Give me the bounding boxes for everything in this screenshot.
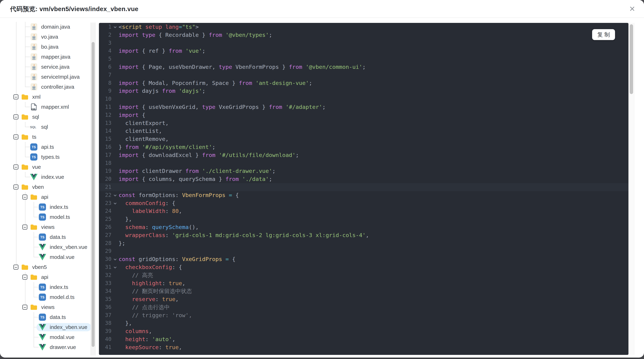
tree-folder-views[interactable]: views xyxy=(0,302,99,312)
editor-scrollbar[interactable] xyxy=(628,23,634,355)
tree-file-types.ts[interactable]: TStypes.ts xyxy=(0,152,99,162)
collapse-toggle-icon[interactable] xyxy=(14,94,18,99)
tree-item-content[interactable]: xml xyxy=(19,93,44,101)
tree-file-index.ts[interactable]: TSindex.ts xyxy=(0,282,99,292)
tree-item-content[interactable]: vben5 xyxy=(19,263,51,271)
tree-folder-vben5[interactable]: vben5 xyxy=(0,262,99,272)
collapse-toggle-icon[interactable] xyxy=(14,265,18,270)
tree-item-content[interactable]: serviceImpl.java xyxy=(28,73,84,81)
fold-chevron-icon[interactable] xyxy=(112,191,118,199)
tree-item-content[interactable]: drawer.vue xyxy=(36,343,80,351)
tree-item-content[interactable]: vo.java xyxy=(28,33,62,41)
tree-guide-line xyxy=(25,122,26,127)
line-number: 18 xyxy=(99,159,112,167)
folder-icon xyxy=(30,224,38,230)
tree-folder-sql[interactable]: sql xyxy=(0,112,99,122)
tree-item-content[interactable]: modal.vue xyxy=(36,333,78,341)
tree-file-data.ts[interactable]: TSdata.ts xyxy=(0,232,99,242)
tree-file-controller.java[interactable]: controller.java xyxy=(0,82,99,92)
tree-file-api.ts[interactable]: TSapi.ts xyxy=(0,142,99,152)
tree-item-content[interactable]: controller.java xyxy=(28,83,78,91)
tree-item-content[interactable]: TSindex.ts xyxy=(36,203,72,211)
fold-chevron-icon[interactable] xyxy=(112,199,118,207)
tree-file-modal.vue[interactable]: modal.vue xyxy=(0,252,99,262)
tree-item-content[interactable]: ts xyxy=(19,133,40,141)
tree-item-content[interactable]: service.java xyxy=(28,63,73,71)
tree-scrollbar-thumb[interactable] xyxy=(92,42,95,347)
tree-item-content[interactable]: views xyxy=(28,303,58,311)
tree-file-model.ts[interactable]: TSmodel.ts xyxy=(0,212,99,222)
tree-item-content[interactable]: TSmodel.d.ts xyxy=(36,293,78,301)
collapse-toggle-icon[interactable] xyxy=(14,185,18,190)
code-text: clientList, xyxy=(118,128,162,134)
code-text: schema: querySchema(), xyxy=(118,224,199,230)
tree-file-mapper.java[interactable]: mapper.java xyxy=(0,52,99,62)
tree-file-mapper.xml[interactable]: XMLmapper.xml xyxy=(0,102,99,112)
tree-file-index_vben.vue[interactable]: index_vben.vue xyxy=(0,322,99,332)
editor-scrollbar-thumb[interactable] xyxy=(630,24,633,94)
collapse-toggle-icon[interactable] xyxy=(14,134,18,139)
tree-file-vo.java[interactable]: vo.java xyxy=(0,32,99,42)
tree-folder-api[interactable]: api xyxy=(0,192,99,202)
fold-chevron-icon[interactable] xyxy=(112,263,118,271)
tree-item-content[interactable]: modal.vue xyxy=(36,253,78,261)
tree-folder-api[interactable]: api xyxy=(0,272,99,282)
code-text: import clientDrawer from './client-drawe… xyxy=(118,168,276,174)
vue-icon xyxy=(30,174,38,180)
tree-scrollbar[interactable] xyxy=(90,22,96,356)
tree-item-content[interactable]: vben xyxy=(19,183,48,191)
tree-item-content[interactable]: bo.java xyxy=(28,43,62,51)
tree-item-content[interactable]: views xyxy=(28,223,58,231)
collapse-toggle-icon[interactable] xyxy=(22,305,27,310)
fold-chevron-icon[interactable] xyxy=(112,255,118,263)
fold-chevron-icon[interactable] xyxy=(112,23,118,31)
tree-item-content[interactable]: vue xyxy=(19,163,45,171)
tree-file-serviceImpl.java[interactable]: serviceImpl.java xyxy=(0,72,99,82)
collapse-toggle-icon[interactable] xyxy=(14,164,18,169)
vue-icon xyxy=(38,344,46,351)
tree-item-content[interactable]: TStypes.ts xyxy=(28,153,64,161)
tree-file-index.ts[interactable]: TSindex.ts xyxy=(0,202,99,212)
tree-item-content[interactable]: mapper.java xyxy=(28,53,74,61)
close-icon[interactable]: × xyxy=(626,2,639,15)
tree-item-content[interactable]: TSmodel.ts xyxy=(36,213,74,221)
tree-item-content[interactable]: api xyxy=(28,273,52,281)
collapse-toggle-icon[interactable] xyxy=(14,114,18,119)
code-line-32: 32 // 高亮 xyxy=(99,271,628,279)
tree-item-content[interactable]: index.vue xyxy=(28,173,68,181)
tree-item-content[interactable]: TSapi.ts xyxy=(28,143,58,151)
copy-button[interactable]: 复 制 xyxy=(592,29,615,40)
code-line-11: 11import { useVbenVxeGrid, type VxeGridP… xyxy=(99,103,628,111)
tree-file-service.java[interactable]: service.java xyxy=(0,62,99,72)
tree-item-content[interactable]: TSdata.ts xyxy=(36,313,70,321)
tree-file-drawer.vue[interactable]: drawer.vue xyxy=(0,342,99,352)
tree-item-content[interactable]: TSindex.ts xyxy=(36,283,72,291)
tree-folder-vben[interactable]: vben xyxy=(0,182,99,192)
collapse-toggle-icon[interactable] xyxy=(22,275,27,280)
collapse-toggle-icon[interactable] xyxy=(22,225,27,230)
tree-item-content[interactable]: TSdata.ts xyxy=(36,233,70,241)
tree-item-content[interactable]: XMLmapper.xml xyxy=(28,103,73,111)
tree-file-sql[interactable]: SQLsql xyxy=(0,122,99,132)
tree-item-content[interactable]: sql xyxy=(19,113,43,121)
tree-folder-vue[interactable]: vue xyxy=(0,162,99,172)
tree-item-content[interactable]: index_vben.vue xyxy=(36,323,91,331)
tree-item-content[interactable]: SQLsql xyxy=(28,123,52,131)
tree-file-index.vue[interactable]: index.vue xyxy=(0,172,99,182)
tree-file-modal.vue[interactable]: modal.vue xyxy=(0,332,99,342)
tree-file-bo.java[interactable]: bo.java xyxy=(0,42,99,52)
code-line-36: 36 // 点击行选中 xyxy=(99,303,628,311)
tree-file-domain.java[interactable]: domain.java xyxy=(0,22,99,32)
tree-item-content[interactable]: index_vben.vue xyxy=(36,243,91,251)
tree-folder-xml[interactable]: xml xyxy=(0,92,99,102)
collapse-toggle-icon[interactable] xyxy=(22,195,27,200)
tree-file-data.ts[interactable]: TSdata.ts xyxy=(0,312,99,322)
code-line-2: 2import type { Recordable } from '@vben/… xyxy=(99,31,628,39)
java-icon xyxy=(30,33,38,40)
tree-folder-ts[interactable]: ts xyxy=(0,132,99,142)
tree-item-content[interactable]: api xyxy=(28,193,52,201)
tree-folder-views[interactable]: views xyxy=(0,222,99,232)
tree-item-content[interactable]: domain.java xyxy=(28,23,74,31)
tree-file-index_vben.vue[interactable]: index_vben.vue xyxy=(0,242,99,252)
tree-file-model.d.ts[interactable]: TSmodel.d.ts xyxy=(0,292,99,302)
